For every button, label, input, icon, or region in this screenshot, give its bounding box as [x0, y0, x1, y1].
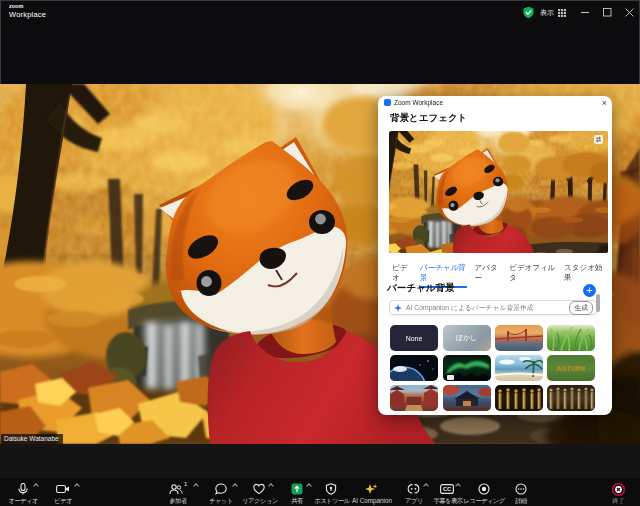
svg-text:CC: CC: [443, 486, 451, 492]
